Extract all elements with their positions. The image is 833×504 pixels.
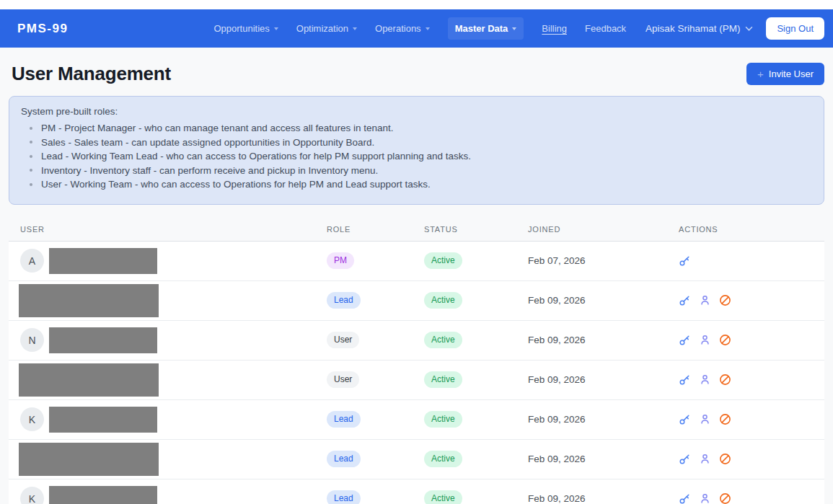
person-action-button[interactable] xyxy=(699,373,711,386)
invite-user-button[interactable]: + Invite User xyxy=(746,63,824,85)
navbar-menu: Opportunities Optimization Operations Ma… xyxy=(213,17,626,40)
table-body: A PM Active Feb 07, 2026 Lead Active Feb… xyxy=(9,242,824,504)
user-cell xyxy=(9,284,327,317)
caret-down-icon xyxy=(353,27,357,30)
avatar: A xyxy=(20,249,44,273)
block-icon xyxy=(719,294,731,306)
block-action-button[interactable] xyxy=(719,413,731,425)
avatar: K xyxy=(20,487,44,504)
key-action-button[interactable] xyxy=(679,453,691,465)
person-action-button[interactable] xyxy=(699,294,711,306)
table-row: Lead Active Feb 09, 2026 xyxy=(9,281,824,321)
avatar: K xyxy=(20,407,44,431)
role-description-item: Inventory - Inventory staff - can perfor… xyxy=(30,165,812,176)
key-action-button[interactable] xyxy=(679,255,691,267)
main-content: User Management + Invite User System pre… xyxy=(0,63,833,504)
caret-down-icon xyxy=(426,27,430,30)
joined-date: Feb 09, 2026 xyxy=(528,414,679,425)
roles-list: PM - Project Manager - who can manage te… xyxy=(21,123,812,190)
person-action-button[interactable] xyxy=(699,334,711,346)
redacted-name-box xyxy=(19,443,159,476)
actions-cell xyxy=(679,453,824,465)
sign-out-button[interactable]: Sign Out xyxy=(766,17,824,40)
redacted-name-box xyxy=(19,284,159,317)
column-header-role: ROLE xyxy=(327,225,424,234)
joined-date: Feb 07, 2026 xyxy=(528,255,679,266)
key-action-button[interactable] xyxy=(679,334,691,346)
roles-info-title: System pre-built roles: xyxy=(21,106,812,117)
key-action-button[interactable] xyxy=(679,413,691,425)
key-action-button[interactable] xyxy=(679,373,691,386)
status-badge: Active xyxy=(424,490,462,504)
status-badge: Active xyxy=(424,252,462,268)
role-badge: Lead xyxy=(327,411,361,427)
actions-cell xyxy=(679,373,824,386)
table-row: Lead Active Feb 09, 2026 xyxy=(9,440,824,479)
actions-cell xyxy=(679,255,824,267)
table-row: A PM Active Feb 07, 2026 xyxy=(9,242,824,281)
user-menu[interactable]: Apisak Srihamat (PM) xyxy=(645,23,753,34)
role-badge: Lead xyxy=(327,451,361,467)
redacted-name-box xyxy=(19,363,159,397)
joined-date: Feb 09, 2026 xyxy=(528,374,679,385)
key-icon xyxy=(679,453,691,465)
person-action-button[interactable] xyxy=(699,413,711,425)
person-action-button[interactable] xyxy=(699,492,711,504)
page-title: User Management xyxy=(12,63,171,85)
page-header: User Management + Invite User xyxy=(9,63,824,85)
user-cell xyxy=(9,363,327,397)
nav-item-label: Optimization xyxy=(296,23,348,34)
nav-item-operations[interactable]: Operations xyxy=(375,23,430,34)
nav-item-billing[interactable]: Billing xyxy=(542,23,567,34)
nav-item-label: Billing xyxy=(542,23,567,34)
nav-item-label: Feedback xyxy=(585,23,626,34)
actions-cell xyxy=(679,413,824,425)
nav-item-feedback[interactable]: Feedback xyxy=(585,23,626,34)
joined-date: Feb 09, 2026 xyxy=(528,335,679,345)
column-header-actions: ACTIONS xyxy=(679,225,824,234)
block-action-button[interactable] xyxy=(719,294,731,306)
nav-item-optimization[interactable]: Optimization xyxy=(296,23,357,34)
key-action-button[interactable] xyxy=(679,492,691,504)
chevron-down-icon xyxy=(745,26,753,32)
role-badge: PM xyxy=(327,252,354,268)
invite-user-label: Invite User xyxy=(769,68,814,79)
block-action-button[interactable] xyxy=(719,492,731,504)
block-icon xyxy=(719,334,731,346)
role-badge: User xyxy=(327,332,359,348)
navbar: PMS-99 Opportunities Optimization Operat… xyxy=(0,9,833,48)
redacted-name-box xyxy=(49,248,157,274)
person-icon xyxy=(699,373,711,386)
nav-item-label: Opportunities xyxy=(213,23,269,34)
block-action-button[interactable] xyxy=(719,334,731,346)
person-icon xyxy=(699,413,711,425)
key-icon xyxy=(679,334,691,346)
joined-date: Feb 09, 2026 xyxy=(528,493,679,504)
role-description-item: User - Working Team - who can access to … xyxy=(30,179,812,190)
block-icon xyxy=(719,373,731,386)
block-icon xyxy=(719,413,731,425)
nav-item-master-data[interactable]: Master Data xyxy=(448,17,524,40)
person-action-button[interactable] xyxy=(699,453,711,465)
status-badge: Active xyxy=(424,411,462,427)
status-badge: Active xyxy=(424,292,462,308)
user-cell: K xyxy=(9,407,327,433)
app-brand: PMS-99 xyxy=(17,22,68,36)
key-action-button[interactable] xyxy=(679,294,691,306)
role-badge: Lead xyxy=(327,490,361,504)
table-header-row: USERROLESTATUSJOINEDACTIONS xyxy=(9,218,824,242)
actions-cell xyxy=(679,492,824,504)
user-cell: K xyxy=(9,486,327,504)
nav-item-opportunities[interactable]: Opportunities xyxy=(213,23,278,34)
nav-item-label: Master Data xyxy=(455,23,508,34)
table-row: K Lead Active Feb 09, 2026 xyxy=(9,400,824,440)
block-action-button[interactable] xyxy=(719,373,731,386)
plus-icon: + xyxy=(757,68,764,79)
column-header-status: STATUS xyxy=(424,225,528,234)
role-description-item: PM - Project Manager - who can manage te… xyxy=(30,123,812,133)
block-action-button[interactable] xyxy=(719,453,731,465)
block-icon xyxy=(719,492,731,504)
key-icon xyxy=(679,294,691,306)
table-row: K Lead Active Feb 09, 2026 xyxy=(9,479,824,504)
user-cell: A xyxy=(9,248,327,274)
